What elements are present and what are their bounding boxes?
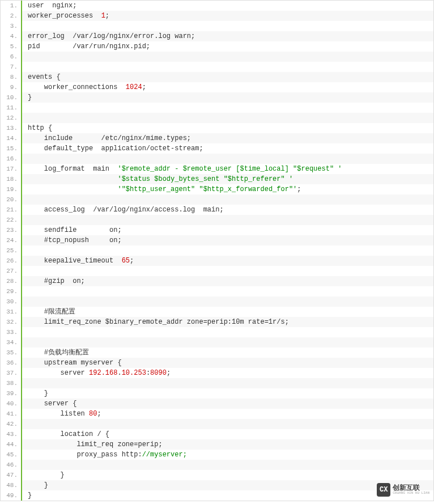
code-line[interactable]: include /etc/nginx/mime.types;	[22, 133, 433, 143]
code-token: :	[146, 369, 150, 377]
line-number: 35.	[1, 348, 21, 358]
line-number: 29.	[1, 286, 21, 297]
code-token: ;	[167, 369, 171, 377]
code-line[interactable]: default_type application/octet-stream;	[22, 143, 433, 154]
code-line[interactable]	[22, 297, 433, 307]
code-line[interactable]: #tcp_nopush on;	[22, 235, 433, 245]
code-line[interactable]	[22, 62, 433, 72]
code-line[interactable]: proxy_pass http://myserver;	[22, 450, 433, 460]
line-number: 24.	[1, 235, 21, 245]
line-number: 45.	[1, 450, 21, 460]
line-number: 37.	[1, 368, 21, 378]
code-token: }	[28, 492, 32, 499]
code-line[interactable]: keepalive_timeout 65;	[22, 256, 433, 266]
code-line[interactable]: }	[22, 92, 433, 103]
code-line[interactable]	[22, 419, 433, 429]
line-number: 8.	[1, 72, 21, 82]
code-line[interactable]	[22, 154, 433, 164]
code-line[interactable]: '$status $body_bytes_sent "$http_referer…	[22, 174, 433, 184]
code-content-area[interactable]: user nginx;worker_processes 1;error_log …	[22, 1, 433, 501]
code-line[interactable]: limit_req zone=perip;	[22, 439, 433, 450]
code-line[interactable]: worker_processes 1;	[22, 11, 433, 21]
code-token: server {	[28, 400, 76, 408]
code-token: '$remote_addr - $remote_user [$time_loca…	[117, 165, 342, 173]
line-number: 11.	[1, 103, 21, 113]
code-token: 1	[101, 12, 105, 20]
code-token: '"$http_user_agent" "$http_x_forwarded_f…	[117, 185, 297, 193]
code-line[interactable]: listen 80;	[22, 409, 433, 419]
line-number: 31.	[1, 307, 21, 317]
line-number: 21.	[1, 205, 21, 215]
code-line[interactable]: sendfile on;	[22, 225, 433, 235]
line-number: 39.	[1, 388, 21, 399]
code-line[interactable]: }	[22, 490, 433, 501]
line-number: 49.	[1, 490, 21, 501]
line-number: 27.	[1, 266, 21, 276]
code-line[interactable]	[22, 327, 433, 337]
code-token: listen	[28, 410, 89, 418]
code-token: worker_connections	[28, 83, 126, 91]
code-line[interactable]	[22, 52, 433, 62]
watermark-subtext: CHUANG XIN HU LIAN	[393, 492, 429, 495]
code-token: #gzip on;	[28, 277, 85, 285]
code-line[interactable]: #限流配置	[22, 307, 433, 317]
code-line[interactable]	[22, 286, 433, 297]
code-line[interactable]: '"$http_user_agent" "$http_x_forwarded_f…	[22, 184, 433, 194]
code-line[interactable]	[22, 194, 433, 205]
line-number: 28.	[1, 276, 21, 286]
line-number: 48.	[1, 480, 21, 490]
code-line[interactable]	[22, 21, 433, 31]
line-number: 43.	[1, 429, 21, 439]
code-line[interactable]: http {	[22, 123, 433, 133]
code-line[interactable]: access_log /var/log/nginx/access.log mai…	[22, 205, 433, 215]
code-line[interactable]	[22, 266, 433, 276]
code-token: }	[28, 481, 48, 489]
code-line[interactable]	[22, 113, 433, 123]
code-line[interactable]	[22, 378, 433, 388]
line-number: 26.	[1, 256, 21, 266]
line-number: 20.	[1, 194, 21, 205]
code-line[interactable]: events {	[22, 72, 433, 82]
code-line[interactable]	[22, 245, 433, 256]
line-number: 33.	[1, 327, 21, 337]
code-token: ;	[105, 12, 109, 20]
code-line[interactable]: #负载均衡配置	[22, 348, 433, 358]
code-line[interactable]	[22, 215, 433, 225]
code-line[interactable]: worker_connections 1024;	[22, 82, 433, 92]
code-line[interactable]: pid /var/run/nginx.pid;	[22, 41, 433, 52]
code-line[interactable]: error_log /var/log/nginx/error.log warn;	[22, 31, 433, 41]
watermark-icon: CX	[377, 483, 390, 497]
code-line[interactable]: }	[22, 480, 433, 490]
code-token: #负载均衡配置	[28, 349, 89, 357]
code-line[interactable]: limit_req_zone $binary_remote_addr zone=…	[22, 317, 433, 327]
code-line[interactable]: #gzip on;	[22, 276, 433, 286]
code-line[interactable]	[22, 337, 433, 348]
code-line[interactable]: server {	[22, 399, 433, 409]
line-number: 25.	[1, 245, 21, 256]
code-token: sendfile on;	[28, 226, 122, 234]
code-line[interactable]: log_format main '$remote_addr - $remote_…	[22, 164, 433, 174]
code-token: proxy_pass http:	[28, 451, 142, 459]
line-number: 1.	[1, 1, 21, 11]
code-line[interactable]: }	[22, 470, 433, 480]
code-line[interactable]	[22, 103, 433, 113]
line-number: 15.	[1, 143, 21, 154]
line-number: 7.	[1, 62, 21, 72]
line-number: 12.	[1, 113, 21, 123]
code-line[interactable]: }	[22, 388, 433, 399]
code-line[interactable]: user nginx;	[22, 1, 433, 11]
line-number: 16.	[1, 154, 21, 164]
line-number: 38.	[1, 378, 21, 388]
watermark: CX 创新互联 CHUANG XIN HU LIAN	[377, 483, 429, 497]
code-token: pid /var/run/nginx.pid;	[28, 43, 150, 50]
code-line[interactable]: server 192.168.10.253:8090;	[22, 368, 433, 378]
line-number: 40.	[1, 399, 21, 409]
code-line[interactable]	[22, 460, 433, 470]
line-number: 9.	[1, 82, 21, 92]
code-line[interactable]: location / {	[22, 429, 433, 439]
code-line[interactable]: upstream myserver {	[22, 358, 433, 368]
code-token	[28, 175, 117, 183]
line-number: 22.	[1, 215, 21, 225]
code-token: 65	[122, 257, 130, 265]
code-token: location / {	[28, 430, 109, 438]
